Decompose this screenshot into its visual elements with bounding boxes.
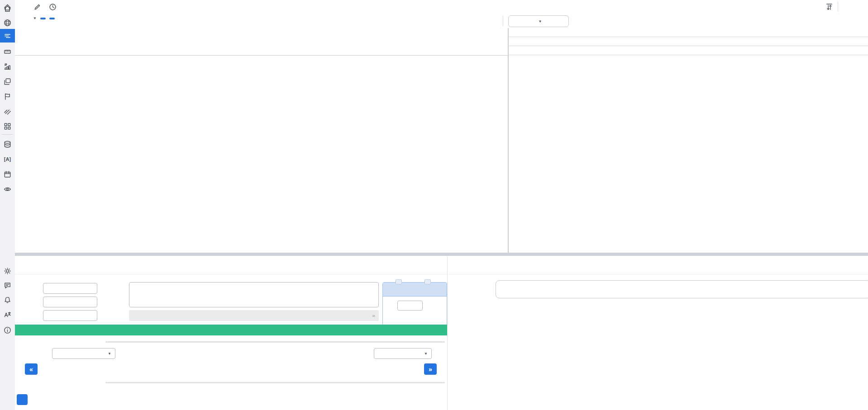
work-table — [15, 28, 508, 254]
sidebar-item-translate[interactable] — [0, 308, 15, 321]
pencil-icon — [33, 3, 42, 11]
divider — [2, 134, 13, 135]
calendar-icon — [3, 170, 12, 179]
handle[interactable] — [424, 279, 431, 284]
gantt-body — [509, 55, 868, 254]
schedule-icon — [3, 32, 12, 40]
sidebar-item-info[interactable] — [0, 324, 15, 336]
top-bar — [15, 0, 868, 14]
database-icon — [3, 140, 12, 149]
sidebar-item-theme[interactable] — [0, 264, 15, 277]
sidebar-item-hatch[interactable] — [0, 105, 15, 118]
schedule-toolbar: ▼ ▼ — [15, 14, 868, 28]
plan-r-link[interactable] — [383, 283, 447, 297]
asap-button[interactable]: « — [25, 363, 38, 375]
table-body — [15, 55, 508, 254]
sidebar-item-eye[interactable] — [0, 183, 15, 195]
sidebar-item-calendar[interactable] — [0, 168, 15, 180]
work-name-field[interactable] — [129, 282, 379, 307]
horizontal-splitter[interactable] — [15, 253, 868, 256]
divider — [503, 15, 503, 26]
tabs-left — [15, 256, 447, 274]
code-field[interactable] — [43, 297, 97, 307]
bottom-panel: » ▼ ▼ « — [15, 256, 868, 410]
sidebar-item-globe[interactable] — [0, 16, 15, 29]
chart-icon — [3, 62, 12, 71]
info-icon — [3, 326, 12, 335]
divider — [105, 382, 445, 383]
home-icon — [3, 5, 12, 13]
gantt-month-row — [509, 37, 868, 46]
divider — [838, 2, 838, 12]
hatch-icon — [3, 107, 12, 116]
timeline-icon — [3, 47, 12, 56]
hours-field[interactable] — [397, 301, 423, 311]
sidebar-item-grid[interactable] — [0, 120, 15, 132]
alap-button[interactable]: » — [424, 363, 437, 375]
left-sidebar: [A] — [0, 0, 15, 410]
constraint-end-select[interactable]: ▼ — [374, 348, 432, 359]
theme-icon — [3, 267, 12, 275]
attributes-search-input[interactable] — [496, 280, 868, 298]
translate-icon — [3, 311, 12, 319]
grid-icon — [3, 122, 12, 131]
sidebar-item-home[interactable] — [0, 2, 15, 15]
flag-icon — [3, 92, 12, 101]
sidebar-item-bell[interactable] — [0, 293, 15, 306]
datetime-badge — [49, 18, 55, 19]
version-badge — [40, 18, 46, 19]
status-field[interactable] — [43, 310, 97, 321]
chevron-down-icon[interactable]: ▼ — [33, 16, 37, 20]
handle[interactable] — [396, 279, 402, 284]
gantt-chart — [508, 28, 868, 254]
sidebar-item-database[interactable] — [0, 138, 15, 151]
bell-icon — [3, 296, 12, 304]
work-progress-bar — [15, 325, 447, 335]
chevron-down-icon: ▼ — [539, 19, 542, 24]
clock-icon[interactable] — [47, 1, 58, 13]
sidebar-item-comment[interactable] — [0, 279, 15, 292]
comment-icon — [3, 281, 12, 290]
attribute-icon: [A] — [4, 156, 11, 162]
divider — [447, 256, 448, 410]
layers-icon — [3, 77, 12, 86]
scenario-bar[interactable]: » — [129, 310, 379, 321]
constraint-start-select[interactable]: ▼ — [52, 348, 115, 359]
sidebar-item-timeline[interactable] — [0, 45, 15, 58]
view-select[interactable]: ▼ — [508, 15, 569, 27]
table-header — [15, 28, 508, 56]
gantt-day-row — [509, 46, 868, 55]
sidebar-item-flag[interactable] — [0, 90, 15, 103]
swap-vertical-icon — [825, 3, 834, 11]
sync-button[interactable] — [17, 394, 28, 405]
clock-icon — [48, 3, 57, 11]
app-window: [A] ▼ ▼ — [0, 0, 868, 410]
topbar-right-icons — [823, 1, 838, 13]
eye-icon — [3, 185, 12, 193]
pencil-icon[interactable] — [31, 1, 43, 13]
divider — [105, 341, 445, 343]
sidebar-item-schedule[interactable] — [0, 29, 15, 42]
sidebar-item-chart[interactable] — [0, 60, 15, 73]
sidebar-item-layers[interactable] — [0, 75, 15, 88]
gantt-year-row — [509, 28, 868, 37]
swap-vertical-button[interactable] — [823, 1, 835, 13]
sidebar-item-attribute[interactable]: [A] — [0, 153, 15, 165]
globe-icon — [3, 19, 12, 27]
chevrons-right-icon[interactable]: » — [372, 313, 375, 318]
type-field[interactable] — [43, 283, 97, 294]
attributes-panel — [448, 256, 868, 410]
